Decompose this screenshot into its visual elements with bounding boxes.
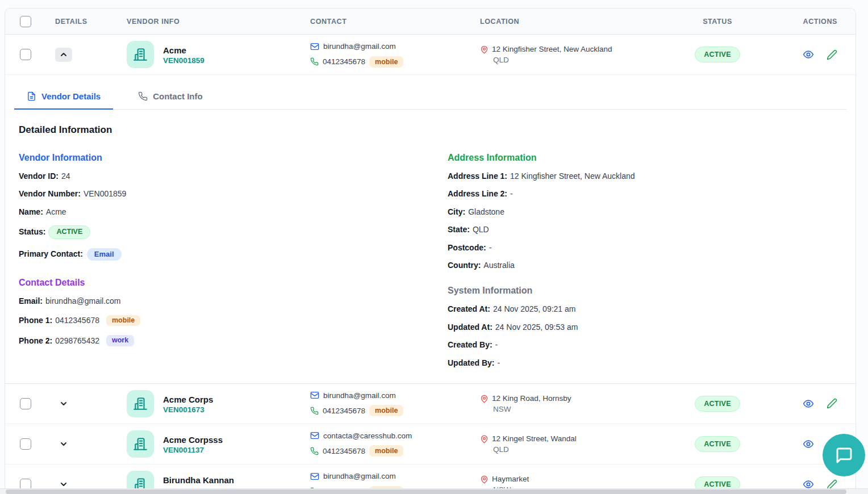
- map-pin-icon: [480, 475, 489, 484]
- address-information-heading: Address Information: [448, 153, 846, 163]
- phone-type-badge: mobile: [106, 315, 140, 326]
- vendor-number: VEN001673: [163, 405, 213, 414]
- field-label: Address Line 2:: [448, 190, 507, 198]
- expand-row-button[interactable]: [55, 396, 72, 411]
- header-contact: CONTACT: [306, 18, 477, 26]
- vendor-address: Haymarket: [492, 475, 529, 483]
- field-value: 0298765432: [55, 337, 99, 345]
- field-label: Name:: [19, 208, 43, 216]
- status-badge: ACTIVE: [695, 396, 740, 412]
- building-icon: [127, 41, 154, 68]
- view-button[interactable]: [803, 49, 814, 60]
- row-checkbox[interactable]: [20, 49, 31, 60]
- field-value: -: [497, 359, 500, 367]
- vendor-email: birundha@gmail.com: [323, 42, 396, 51]
- field-label: Updated By:: [448, 359, 494, 367]
- system-information-heading: System Information: [448, 286, 846, 296]
- map-pin-icon: [480, 45, 489, 54]
- vendor-phone: 0412345678: [323, 407, 365, 415]
- map-pin-icon: [480, 395, 489, 403]
- pencil-icon: [827, 49, 837, 60]
- header-vendor-info: VENDOR INFO: [122, 18, 306, 26]
- field-label: Phone 2:: [19, 337, 52, 345]
- field-value: 24 Nov 2025, 09:53 am: [495, 323, 578, 332]
- field-label: Country:: [448, 261, 481, 270]
- phone-type-badge: mobile: [369, 405, 403, 416]
- row-checkbox[interactable]: [20, 438, 31, 450]
- vendor-address: 12 Kingfisher Street, New Auckland: [492, 45, 612, 53]
- header-actions: ACTIONS: [761, 18, 856, 26]
- field-label: Updated At:: [448, 323, 493, 332]
- vendor-detail-panel: Vendor Details Contact Info Detailed Inf…: [5, 75, 856, 384]
- vendor-information-heading: Vendor Information: [19, 153, 448, 163]
- field-value: -: [489, 244, 492, 252]
- detail-right-column: Address Information Address Line 1:12 Ki…: [448, 140, 846, 367]
- field-value: Acme: [46, 208, 66, 216]
- tab-vendor-details[interactable]: Vendor Details: [14, 86, 113, 110]
- vendor-name: Acme Corps: [163, 393, 213, 406]
- tab-contact-info[interactable]: Contact Info: [126, 86, 215, 110]
- field-value: 24 Nov 2025, 09:21 am: [493, 305, 576, 313]
- field-value: -: [495, 341, 498, 349]
- field-value: birundha@gmail.com: [45, 297, 121, 305]
- expand-row-button[interactable]: [55, 437, 72, 451]
- contact-details-heading: Contact Details: [19, 278, 448, 288]
- pencil-icon: [827, 398, 837, 409]
- field-value: 0412345678: [55, 316, 99, 325]
- phone-type-badge: mobile: [369, 445, 403, 457]
- mail-icon: [310, 391, 319, 400]
- vendor-email: contacta@caresshub.com: [323, 432, 412, 440]
- edit-button[interactable]: [827, 49, 837, 60]
- phone-icon: [138, 91, 148, 101]
- field-label: Phone 1:: [19, 316, 52, 325]
- tab-label: Contact Info: [153, 91, 203, 101]
- chat-bubble-icon: [835, 446, 853, 464]
- field-label: Primary Contact:: [19, 250, 83, 258]
- field-label: State:: [448, 225, 470, 234]
- row-checkbox[interactable]: [20, 398, 31, 409]
- mail-icon: [310, 431, 319, 440]
- field-value: -: [510, 190, 513, 198]
- status-badge: ACTIVE: [695, 47, 740, 62]
- edit-button[interactable]: [827, 398, 837, 409]
- vendor-phone: 0412345678: [323, 57, 365, 66]
- collapse-row-button[interactable]: [55, 48, 72, 62]
- table-row: Acme Corps VEN001673 birundha@gmail.com …: [5, 384, 856, 424]
- select-all-checkbox[interactable]: [20, 16, 31, 27]
- horizontal-scrollbar[interactable]: [0, 488, 868, 494]
- field-value: QLD: [473, 225, 489, 234]
- field-label: Status:: [19, 228, 45, 236]
- field-label: Created At:: [448, 305, 490, 313]
- vendor-name: Birundha Kannan: [163, 474, 234, 487]
- phone-icon: [310, 57, 319, 66]
- vendor-email: birundha@gmail.com: [323, 472, 396, 480]
- table-row: Acme VEN001859 birundha@gmail.com 041234…: [5, 35, 856, 75]
- horizontal-scrollbar-thumb[interactable]: [6, 489, 846, 494]
- chevron-up-icon: [59, 50, 68, 59]
- phone-icon: [310, 407, 319, 415]
- vendor-region: QLD: [493, 445, 674, 454]
- chat-button[interactable]: [823, 434, 865, 476]
- field-label: Address Line 1:: [448, 172, 507, 181]
- chevron-down-icon: [59, 439, 68, 449]
- phone-type-badge: mobile: [369, 56, 403, 68]
- vendor-name: Acme Corpsss: [163, 434, 223, 446]
- detail-tabbar: Vendor Details Contact Info: [14, 86, 846, 110]
- primary-contact-badge: Email: [87, 248, 122, 261]
- table-row: Acme Corpsss VEN001137 contacta@caresshu…: [5, 424, 856, 464]
- mail-icon: [310, 42, 319, 51]
- status-badge: ACTIVE: [695, 436, 740, 452]
- status-badge: ACTIVE: [48, 225, 90, 239]
- field-value: 24: [61, 172, 70, 181]
- vendor-address: 12 King Road, Hornsby: [492, 394, 571, 403]
- view-button[interactable]: [803, 438, 814, 450]
- field-label: Email:: [19, 297, 43, 305]
- field-label: City:: [448, 208, 465, 216]
- field-value: VEN001859: [84, 190, 127, 198]
- field-value: Gladstone: [468, 208, 504, 216]
- vendor-region: QLD: [493, 56, 674, 64]
- phone-type-badge: work: [106, 335, 134, 346]
- vendor-number: VEN001859: [163, 56, 205, 65]
- tab-label: Vendor Details: [41, 91, 101, 101]
- view-button[interactable]: [803, 398, 814, 409]
